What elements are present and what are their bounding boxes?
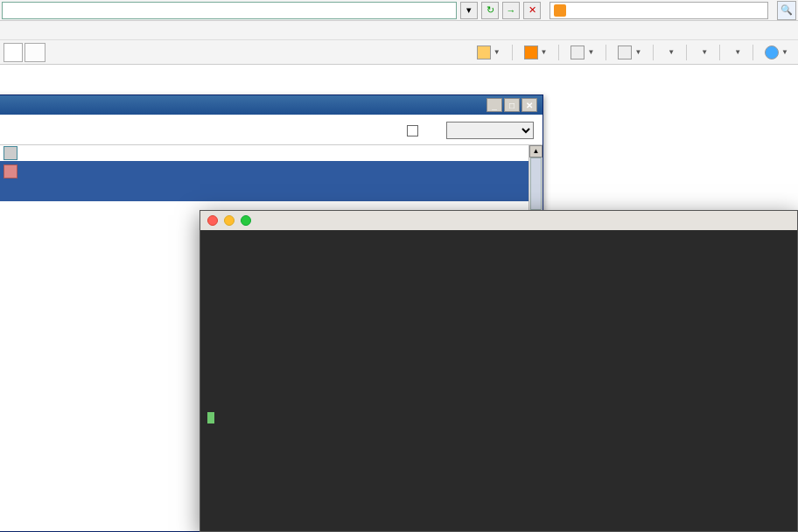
ie-tab-row: ▼ ▼ ▼ ▼ ▼ ▼ ▼ ▼ <box>0 40 798 65</box>
terminal-window <box>200 210 798 532</box>
help-icon <box>765 46 779 60</box>
sort-by <box>443 122 534 139</box>
checkbox-icon <box>407 125 418 136</box>
mail-button[interactable]: ▼ <box>564 43 600 62</box>
selected-program[interactable] <box>0 161 542 201</box>
scroll-up-button[interactable]: ▲ <box>529 145 542 158</box>
feeds-icon <box>524 46 538 60</box>
dropdown-button[interactable]: ▾ <box>460 2 478 19</box>
bing-icon <box>554 4 566 17</box>
home-button[interactable]: ▼ <box>471 43 507 62</box>
tools-menu[interactable]: ▼ <box>725 43 747 62</box>
app-icon <box>4 146 18 160</box>
command-bar: ▼ ▼ ▼ ▼ ▼ ▼ ▼ ▼ <box>471 43 794 62</box>
arp-header <box>0 115 542 145</box>
refresh-button[interactable]: ↻ <box>481 2 499 19</box>
minimize-icon[interactable] <box>224 215 234 226</box>
go-button[interactable]: → <box>502 2 520 19</box>
search-box[interactable] <box>550 2 768 19</box>
show-updates-checkbox[interactable] <box>407 125 424 136</box>
cursor <box>207 412 214 424</box>
stop-button[interactable]: ✕ <box>523 2 541 19</box>
browser-tab[interactable] <box>4 43 23 62</box>
minimize-button[interactable]: _ <box>486 98 502 112</box>
ie-menu-bar <box>0 21 798 40</box>
new-tab-button[interactable] <box>24 43 46 62</box>
page-menu[interactable]: ▼ <box>659 43 681 62</box>
mail-icon <box>570 46 584 60</box>
home-icon <box>477 46 491 60</box>
url-input[interactable] <box>2 2 457 19</box>
zoom-icon[interactable] <box>241 215 251 226</box>
sort-by-select[interactable] <box>446 122 534 139</box>
list-item[interactable] <box>0 145 542 161</box>
safety-menu[interactable]: ▼ <box>692 43 714 62</box>
terminal-titlebar[interactable] <box>200 211 797 230</box>
terminal-output[interactable] <box>200 230 797 430</box>
help-button[interactable]: ▼ <box>759 43 794 62</box>
window-titlebar[interactable]: _ □ ✕ <box>0 95 542 115</box>
print-button[interactable]: ▼ <box>612 43 648 62</box>
feeds-button[interactable]: ▼ <box>518 43 554 62</box>
java-icon <box>4 164 18 178</box>
print-icon <box>618 46 632 60</box>
ie-address-bar: ▾ ↻ → ✕ 🔍 <box>0 0 798 21</box>
search-button[interactable]: 🔍 <box>777 1 796 20</box>
scroll-thumb[interactable] <box>530 158 542 210</box>
maximize-button[interactable]: □ <box>504 98 520 112</box>
close-icon[interactable] <box>207 215 218 226</box>
close-button[interactable]: ✕ <box>522 98 537 112</box>
